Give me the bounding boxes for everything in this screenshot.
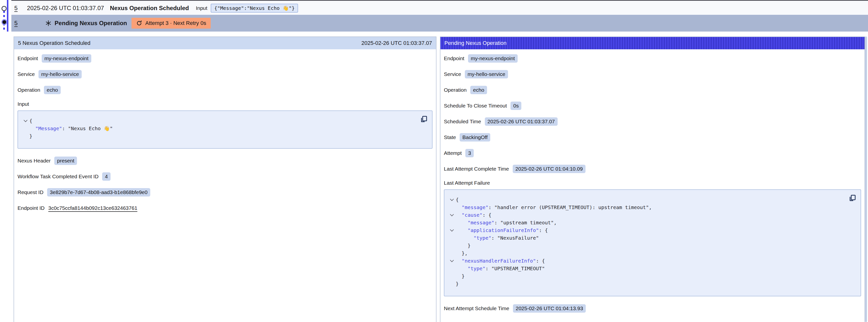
field-value-badge: my-hello-service — [38, 70, 82, 78]
detail-field-row: Next Attempt Schedule Time 2025-02-26 UT… — [444, 304, 861, 313]
timeline-active-bar — [7, 0, 8, 32]
input-json-block: { "Message": "Nexus Echo 👋" } — [18, 110, 433, 149]
json-key: "Message" — [35, 126, 62, 131]
json-line: "cause": { — [448, 211, 846, 219]
retry-icon — [136, 20, 142, 26]
pending-asterisk-icon — [45, 20, 52, 26]
json-text: } — [468, 243, 470, 249]
detail-field-row: Scheduled Time 2025-02-26 UTC 01:03:37.0… — [444, 117, 861, 126]
field-label: Endpoint ID — [18, 205, 45, 211]
field-value-badge: 0s — [510, 102, 521, 110]
collapse-chevron-icon[interactable] — [448, 199, 456, 200]
field-label: Service — [18, 71, 35, 77]
field-label: Attempt — [444, 150, 462, 156]
collapse-chevron-icon[interactable] — [448, 229, 456, 231]
detail-field-row: Request ID 3e829b7e-7d67-4b08-aad3-b1e86… — [18, 188, 433, 197]
field-value-badge: 4 — [102, 172, 111, 181]
collapse-chevron-icon[interactable] — [22, 120, 29, 122]
json-key: "type" — [473, 235, 491, 241]
event-row-scheduled[interactable]: 5 2025-02-26 UTC 01:03:37.07 Nexus Opera… — [11, 0, 868, 15]
json-line: "message": "upstream timeout", — [448, 219, 846, 226]
detail-field-row: Workflow Task Completed Event ID 4 — [18, 172, 433, 181]
copy-icon[interactable] — [420, 115, 428, 124]
field-value-badge: my-nexus-endpoint — [42, 54, 91, 63]
field-value-badge: 3 — [465, 149, 474, 157]
json-text: : { — [483, 212, 491, 218]
field-value-badge[interactable]: 3c0c75ccfa8144b092c13ce632463761 — [49, 204, 137, 212]
event-id-link[interactable]: 5 — [14, 5, 18, 11]
json-key: "message" — [468, 220, 494, 226]
json-text: } — [29, 133, 32, 139]
detail-field-row: Service my-hello-service — [444, 69, 861, 79]
json-key: "type" — [468, 265, 485, 271]
json-line: "type": "UPSTREAM_TIMEOUT" — [448, 264, 846, 272]
input-section-label: Input — [18, 101, 433, 108]
field-value-badge: BackingOff — [460, 133, 490, 141]
detail-field-row: Service my-hello-service — [18, 69, 433, 79]
field-label: Operation — [444, 87, 467, 93]
event-timestamp: 2025-02-26 UTC 01:03:37.07 — [27, 5, 104, 11]
left-fields-bottom: Nexus Header present Workflow Task Compl… — [18, 156, 433, 213]
json-key: "message" — [462, 204, 488, 210]
field-label: Nexus Header — [18, 158, 51, 164]
json-line: } — [448, 280, 846, 288]
panel-pending-nexus-operation: Pending Nexus Operation Endpoint my-nexu… — [440, 36, 865, 322]
json-line: "nexusHandlerFailureInfo": { — [448, 257, 846, 264]
failure-json-lines: { "message": "handler error (UPSTREAM_TI… — [448, 196, 846, 288]
right-fields-top: Endpoint my-nexus-endpoint Service my-he… — [444, 54, 861, 173]
left-panel-timestamp: 2025-02-26 UTC 01:03:37.07 — [362, 40, 432, 46]
field-label: Endpoint — [444, 56, 464, 61]
left-fields-top: Endpoint my-nexus-endpoint Service my-he… — [18, 54, 433, 95]
failure-section-label: Last Attempt Failure — [444, 180, 861, 187]
json-key: "nexusHandlerFailureInfo" — [462, 258, 536, 264]
detail-field-row: Nexus Header present — [18, 156, 433, 165]
json-line: } — [22, 132, 417, 140]
field-label: Next Attempt Schedule Time — [444, 305, 509, 312]
field-label: Operation — [18, 87, 40, 93]
json-line: } — [448, 242, 846, 249]
right-panel-header: Pending Nexus Operation — [440, 37, 865, 49]
timeline-node-open-icon — [1, 6, 7, 11]
json-text: { — [29, 118, 32, 124]
json-line: } — [448, 272, 846, 280]
field-label: Workflow Task Completed Event ID — [18, 173, 98, 180]
copy-icon[interactable] — [848, 194, 857, 203]
detail-field-row: State BackingOff — [444, 133, 861, 142]
json-line: { — [22, 117, 417, 125]
failure-json-block: { "message": "handler error (UPSTREAM_TI… — [444, 189, 861, 296]
field-label: Scheduled Time — [444, 119, 481, 125]
panel-nexus-operation-scheduled: 5 Nexus Operation Scheduled 2025-02-26 U… — [13, 36, 436, 322]
vertical-scrollbar[interactable] — [865, 36, 867, 322]
field-label: Schedule To Close Timeout — [444, 103, 507, 109]
field-label: Service — [444, 71, 461, 77]
json-line: "Message": "Nexus Echo 👋" — [22, 125, 417, 132]
right-panel-title: Pending Nexus Operation — [444, 40, 506, 46]
json-line: { — [448, 196, 846, 203]
detail-field-row: Operation echo — [444, 85, 861, 95]
right-fields-bottom: Next Attempt Schedule Time 2025-02-26 UT… — [444, 304, 861, 313]
event-row-pending[interactable]: 5 Pending Nexus Operation Attempt 3 · Ne… — [11, 15, 868, 32]
field-value-badge: echo — [44, 86, 61, 94]
json-text: } — [456, 281, 459, 287]
event-input-preview-chip: {"Message":"Nexus Echo 👋"} — [211, 4, 298, 12]
detail-field-row: Operation echo — [18, 85, 433, 95]
pending-event-id-link[interactable]: 5 — [14, 20, 18, 27]
collapse-chevron-icon[interactable] — [448, 214, 456, 216]
json-text: : "Nexus Echo 👋" — [62, 126, 113, 131]
detail-field-row: Schedule To Close Timeout 0s — [444, 101, 861, 110]
json-text: { — [456, 197, 459, 203]
event-input-label: Input — [196, 5, 208, 11]
field-value-badge: 3e829b7e-7d67-4b08-aad3-b1e868bfe9e0 — [47, 188, 150, 196]
detail-field-row: Attempt 3 — [444, 149, 861, 158]
collapse-chevron-icon[interactable] — [448, 260, 456, 262]
json-text: : "UPSTREAM_TIMEOUT" — [485, 265, 545, 271]
detail-field-row: Endpoint my-nexus-endpoint — [18, 54, 433, 63]
json-text: : "upstream timeout", — [494, 220, 557, 226]
field-value-badge: 2025-02-26 UTC 01:04:13.93 — [513, 304, 586, 313]
json-text: }, — [462, 250, 468, 256]
json-text: } — [462, 273, 465, 279]
detail-field-row: Endpoint my-nexus-endpoint — [444, 54, 861, 63]
retry-badge-text: Attempt 3 · Next Retry 0s — [145, 20, 206, 26]
field-label: State — [444, 134, 456, 140]
event-title: Nexus Operation Scheduled — [110, 5, 189, 11]
